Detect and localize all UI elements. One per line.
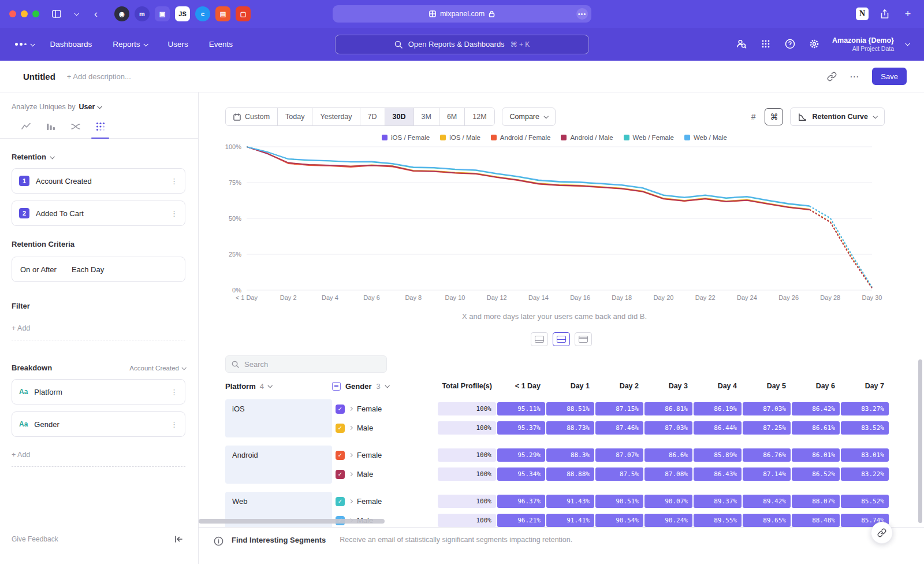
retention-value-cell[interactable]: 90.24% bbox=[644, 514, 692, 527]
gender-cell[interactable]: ✓Female bbox=[332, 497, 437, 506]
help-icon[interactable] bbox=[784, 38, 796, 50]
expand-chevron-icon[interactable] bbox=[349, 472, 353, 476]
retention-value-cell[interactable]: 86.61% bbox=[792, 421, 840, 435]
retention-step-2[interactable]: 2 Added To Cart ⋮ bbox=[12, 201, 185, 226]
date-range-30d[interactable]: 30D bbox=[385, 108, 413, 125]
back-button[interactable]: ‹ bbox=[89, 7, 103, 21]
date-range-6m[interactable]: 6M bbox=[439, 108, 464, 125]
browser-favicon[interactable]: ▤ bbox=[215, 6, 230, 21]
date-range-7d[interactable]: 7D bbox=[360, 108, 385, 125]
gender-cell[interactable]: ✓Male bbox=[332, 470, 437, 479]
split-view-button[interactable] bbox=[553, 332, 570, 346]
retention-value-cell[interactable]: 89.42% bbox=[743, 495, 791, 508]
save-button[interactable]: Save bbox=[872, 68, 907, 85]
apps-grid-icon[interactable] bbox=[759, 38, 772, 50]
retention-value-cell[interactable]: 87.46% bbox=[595, 421, 643, 435]
date-range-3m[interactable]: 3M bbox=[413, 108, 439, 125]
series-checkbox[interactable]: ✓ bbox=[336, 470, 345, 479]
retention-value-cell[interactable]: 96.21% bbox=[497, 514, 545, 527]
retention-value-cell[interactable]: 86.43% bbox=[694, 467, 742, 481]
retention-value-cell[interactable]: 88.51% bbox=[546, 402, 594, 415]
retention-value-cell[interactable]: 87.25% bbox=[743, 421, 791, 435]
table-only-view-button[interactable] bbox=[575, 332, 592, 346]
close-window-button[interactable] bbox=[9, 10, 16, 17]
retention-value-cell[interactable]: 90.07% bbox=[644, 495, 692, 508]
share-link-floating-button[interactable] bbox=[871, 522, 893, 544]
retention-value-cell[interactable]: 86.76% bbox=[743, 448, 791, 462]
criteria-interval[interactable]: Each Day bbox=[72, 265, 104, 274]
nav-item-reports[interactable]: Reports bbox=[113, 40, 147, 49]
browser-favicon[interactable]: ▣ bbox=[155, 6, 170, 21]
table-search-input[interactable]: Search bbox=[225, 355, 387, 373]
browser-favicon[interactable]: c bbox=[195, 6, 210, 21]
retention-step-1[interactable]: 1 Account Created ⋮ bbox=[12, 168, 185, 194]
expand-chevron-icon[interactable] bbox=[349, 426, 353, 430]
nav-item-events[interactable]: Events bbox=[209, 40, 233, 49]
add-description[interactable]: + Add description... bbox=[67, 72, 131, 81]
user-lookup-icon[interactable] bbox=[735, 38, 748, 50]
retention-value-cell[interactable]: 87.15% bbox=[595, 402, 643, 415]
retention-value-cell[interactable]: 89.65% bbox=[743, 514, 791, 527]
legend-item[interactable]: Android / Male bbox=[561, 134, 613, 141]
retention-value-cell[interactable]: 88.48% bbox=[792, 514, 840, 527]
retention-value-cell[interactable]: 89.55% bbox=[694, 514, 742, 527]
add-breakdown-button[interactable]: + Add bbox=[12, 451, 185, 467]
date-range-custom[interactable]: Custom bbox=[226, 108, 277, 125]
retention-value-cell[interactable]: 87.5% bbox=[595, 467, 643, 481]
column-header-total-profiles[interactable]: Total Profile(s) bbox=[437, 382, 497, 390]
column-header-day[interactable]: < 1 Day bbox=[497, 382, 546, 390]
retention-value-cell[interactable]: 88.73% bbox=[546, 421, 594, 435]
breakdown-item-platform[interactable]: Aa Platform ⋮ bbox=[12, 379, 185, 405]
column-header-day[interactable]: Day 3 bbox=[644, 382, 693, 390]
find-segments-title[interactable]: Find Interesting Segments bbox=[232, 536, 326, 544]
retention-value-cell[interactable]: 83.52% bbox=[841, 421, 889, 435]
column-header-gender[interactable]: Gender 3 bbox=[332, 382, 437, 391]
column-header-day[interactable]: Day 6 bbox=[791, 382, 840, 390]
breakdown-item-gender[interactable]: Aa Gender ⋮ bbox=[12, 411, 185, 437]
column-header-platform[interactable]: Platform 4 bbox=[225, 382, 332, 391]
breakdown-options-icon[interactable]: ⋮ bbox=[170, 388, 178, 396]
chart-type-dropdown[interactable]: Retention Curve bbox=[790, 107, 885, 126]
browser-favicon[interactable]: ▢ bbox=[236, 6, 251, 21]
analyze-value-dropdown[interactable]: User bbox=[79, 103, 101, 111]
expand-chevron-icon[interactable] bbox=[349, 453, 353, 457]
legend-item[interactable]: iOS / Female bbox=[382, 134, 430, 141]
retention-value-cell[interactable]: 83.01% bbox=[841, 448, 889, 462]
notion-extension-icon[interactable]: N bbox=[856, 8, 869, 20]
legend-item[interactable]: Android / Female bbox=[491, 134, 551, 141]
date-range-12m[interactable]: 12M bbox=[464, 108, 494, 125]
select-all-checkbox[interactable] bbox=[332, 382, 341, 391]
retention-line-chart[interactable]: 100%75%50%25%0%< 1 DayDay 2Day 4Day 6Day… bbox=[225, 142, 884, 304]
share-icon[interactable] bbox=[878, 7, 892, 21]
retention-value-cell[interactable]: 90.54% bbox=[595, 514, 643, 527]
series-checkbox[interactable]: ✓ bbox=[336, 424, 345, 433]
legend-item[interactable]: Web / Female bbox=[624, 134, 674, 141]
retention-criteria-card[interactable]: On or After Each Day bbox=[12, 257, 185, 282]
chart-only-view-button[interactable] bbox=[531, 332, 548, 346]
retention-value-cell[interactable]: 86.44% bbox=[694, 421, 742, 435]
series-checkbox[interactable]: ✓ bbox=[336, 497, 345, 506]
url-options-icon[interactable]: ••• bbox=[576, 8, 588, 20]
shortcut-toggle[interactable]: ⌘ bbox=[765, 108, 783, 125]
absolute-values-toggle[interactable]: # bbox=[749, 112, 758, 121]
retention-value-cell[interactable]: 91.41% bbox=[546, 514, 594, 527]
minimize-window-button[interactable] bbox=[21, 10, 28, 17]
nav-item-dashboards[interactable]: Dashboards bbox=[50, 40, 92, 49]
retention-value-cell[interactable]: 86.19% bbox=[694, 402, 742, 415]
platform-cell[interactable]: iOS bbox=[225, 399, 332, 437]
platform-cell[interactable]: Android bbox=[225, 446, 332, 484]
expand-chevron-icon[interactable] bbox=[349, 499, 353, 503]
settings-gear-icon[interactable] bbox=[808, 38, 821, 50]
more-options-icon[interactable]: ⋯ bbox=[850, 71, 859, 82]
column-header-day[interactable]: Day 5 bbox=[742, 382, 791, 390]
retention-value-cell[interactable]: 86.6% bbox=[644, 448, 692, 462]
series-checkbox[interactable]: ✓ bbox=[336, 451, 345, 460]
column-header-day[interactable]: Day 2 bbox=[595, 382, 644, 390]
retention-value-cell[interactable]: 85.52% bbox=[841, 495, 889, 508]
retention-section-heading[interactable]: Retention bbox=[12, 153, 185, 161]
browser-favicon[interactable]: ◉ bbox=[114, 6, 129, 21]
collapse-sidebar-icon[interactable] bbox=[174, 535, 183, 546]
tab-funnels[interactable] bbox=[46, 121, 55, 131]
legend-item[interactable]: iOS / Male bbox=[440, 134, 480, 141]
date-range-today[interactable]: Today bbox=[277, 108, 312, 125]
